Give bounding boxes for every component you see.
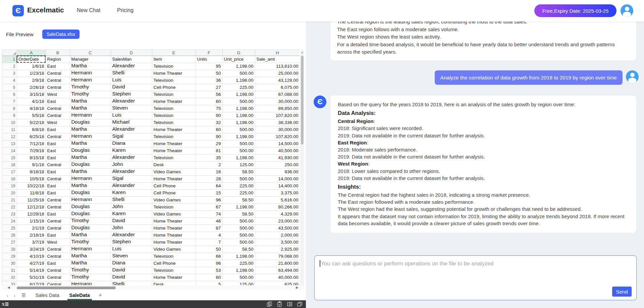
- cell-C14[interactable]: Douglas: [70, 147, 111, 154]
- row-header-1[interactable]: 1: [2, 56, 17, 63]
- cell-B9[interactable]: Central: [46, 112, 70, 119]
- cell-E13[interactable]: Home Theater: [152, 140, 196, 147]
- cell-C22[interactable]: Douglas: [70, 203, 111, 210]
- cell-H4[interactable]: 43,128.00: [255, 77, 300, 84]
- cell-G23[interactable]: 58.50: [222, 210, 255, 218]
- cell-D20[interactable]: Karen: [111, 189, 152, 196]
- cell-A4[interactable]: 2/9/18: [17, 77, 46, 84]
- cell-F26[interactable]: 4: [196, 232, 222, 239]
- cell-C3[interactable]: Hermann: [70, 70, 111, 77]
- switch-window-icon[interactable]: [297, 301, 303, 307]
- row-header-3[interactable]: 3: [2, 70, 17, 77]
- cell-B21[interactable]: Central: [46, 196, 70, 203]
- column-header-b[interactable]: B: [46, 50, 70, 56]
- cell-H11[interactable]: 30,000.00: [255, 126, 300, 133]
- cell-E14[interactable]: Home Theater: [152, 147, 196, 154]
- cell-H10[interactable]: 38,336.00: [255, 119, 300, 126]
- cell-B24[interactable]: Central: [46, 218, 70, 225]
- cell-F8[interactable]: 75: [196, 105, 222, 112]
- cell-E3[interactable]: Home Theater: [152, 70, 196, 77]
- cell-B1[interactable]: Region: [46, 56, 70, 63]
- cell-B10[interactable]: West: [46, 119, 70, 126]
- cell-G8[interactable]: 1,198.00: [222, 105, 255, 112]
- cell-E12[interactable]: Television: [152, 133, 196, 140]
- cell-A6[interactable]: 3/15/18: [17, 91, 46, 98]
- cell-F29[interactable]: 66: [196, 253, 222, 260]
- cell-A19[interactable]: 10/22/18: [17, 182, 46, 189]
- cell-B18[interactable]: Central: [46, 175, 70, 182]
- cell-H30[interactable]: 21,600.00: [255, 260, 300, 267]
- cell-E20[interactable]: Cell Phone: [152, 189, 196, 196]
- plan-expiry-badge[interactable]: Free,Expiry Date: 2025-03-25: [534, 4, 616, 17]
- cell-A22[interactable]: 12/12/18: [17, 203, 46, 210]
- cell-B4[interactable]: Central: [46, 77, 70, 84]
- cell-A5[interactable]: 2/26/18: [17, 84, 46, 91]
- cell-A8[interactable]: 4/18/18: [17, 105, 46, 112]
- cell-C12[interactable]: Hermann: [70, 133, 111, 140]
- cell-C28[interactable]: Hermann: [70, 246, 111, 253]
- cell-E21[interactable]: Video Games: [152, 196, 196, 203]
- cell-E7[interactable]: Home Theater: [152, 98, 196, 105]
- cell-H25[interactable]: 43,500.00: [255, 225, 300, 232]
- cell-F24[interactable]: 46: [196, 218, 222, 225]
- cell-G9[interactable]: 1,198.00: [222, 112, 255, 119]
- cell-E29[interactable]: Television: [152, 253, 196, 260]
- cell-D22[interactable]: John: [111, 203, 152, 210]
- cell-G4[interactable]: 1,198.00: [222, 77, 255, 84]
- cell-B31[interactable]: Central: [46, 267, 70, 274]
- cell-F13[interactable]: 29: [196, 140, 222, 147]
- select-all-corner[interactable]: [2, 50, 17, 56]
- cell-H13[interactable]: 14,500.00: [255, 140, 300, 147]
- excel-file-icon[interactable]: X: [2, 302, 8, 307]
- row-header-18[interactable]: 18: [2, 175, 17, 182]
- cell-B25[interactable]: Central: [46, 225, 70, 232]
- row-header-17[interactable]: 17: [2, 168, 17, 175]
- cell-D24[interactable]: David: [111, 218, 152, 225]
- cell-D15[interactable]: Alexander: [111, 154, 152, 161]
- scroll-left-icon[interactable]: ◀: [7, 286, 10, 289]
- cell-E32[interactable]: Home Theater: [152, 274, 196, 281]
- cell-A18[interactable]: 10/5/18: [17, 175, 46, 182]
- cell-B11[interactable]: East: [46, 126, 70, 133]
- cell-F18[interactable]: 28: [196, 175, 222, 182]
- row-header-21[interactable]: 21: [2, 196, 17, 203]
- row-header-27[interactable]: 27: [2, 239, 17, 246]
- column-header-d[interactable]: D: [111, 50, 152, 56]
- cell-B28[interactable]: Central: [46, 246, 70, 253]
- user-avatar-icon[interactable]: [621, 4, 633, 17]
- cell-F10[interactable]: 32: [196, 119, 222, 126]
- cell-B23[interactable]: East: [46, 210, 70, 218]
- cell-B16[interactable]: Central: [46, 161, 70, 168]
- cell-D5[interactable]: David: [111, 84, 152, 91]
- cell-C30[interactable]: Martha: [70, 260, 111, 267]
- cell-E24[interactable]: Home Theater: [152, 218, 196, 225]
- cell-E26[interactable]: Home Theater: [152, 232, 196, 239]
- cell-A20[interactable]: 11/8/18: [17, 189, 46, 196]
- cell-G14[interactable]: 500.00: [222, 147, 255, 154]
- cell-D14[interactable]: Karen: [111, 147, 152, 154]
- cell-A31[interactable]: 5/14/19: [17, 267, 46, 274]
- sheet-tab-sales-data[interactable]: Sales Data: [35, 291, 60, 299]
- cell-E23[interactable]: Video Games: [152, 210, 196, 218]
- cell-F19[interactable]: 64: [196, 182, 222, 189]
- cell-E30[interactable]: Cell Phone: [152, 260, 196, 267]
- cell-G25[interactable]: 500.00: [222, 225, 255, 232]
- cell-D7[interactable]: Alexander: [111, 98, 152, 105]
- cell-H5[interactable]: 6,075.00: [255, 84, 300, 91]
- cell-B15[interactable]: East: [46, 154, 70, 161]
- cell-F22[interactable]: 67: [196, 203, 222, 210]
- chat-input[interactable]: You can ask questions or perform operati…: [314, 255, 637, 300]
- cell-D32[interactable]: David: [111, 274, 152, 281]
- cell-H14[interactable]: 40,500.00: [255, 147, 300, 154]
- cell-G1[interactable]: Unit_price: [222, 56, 255, 63]
- cell-F7[interactable]: 60: [196, 98, 222, 105]
- cell-F16[interactable]: 2: [196, 161, 222, 168]
- cell-B17[interactable]: East: [46, 168, 70, 175]
- cell-A2[interactable]: 1/6/18: [17, 63, 46, 70]
- cell-F9[interactable]: 90: [196, 112, 222, 119]
- cell-G18[interactable]: 500.00: [222, 175, 255, 182]
- cell-D10[interactable]: Michael: [111, 119, 152, 126]
- cell-G7[interactable]: 500.00: [222, 98, 255, 105]
- cell-A3[interactable]: 1/23/18: [17, 70, 46, 77]
- cell-C23[interactable]: Douglas: [70, 210, 111, 218]
